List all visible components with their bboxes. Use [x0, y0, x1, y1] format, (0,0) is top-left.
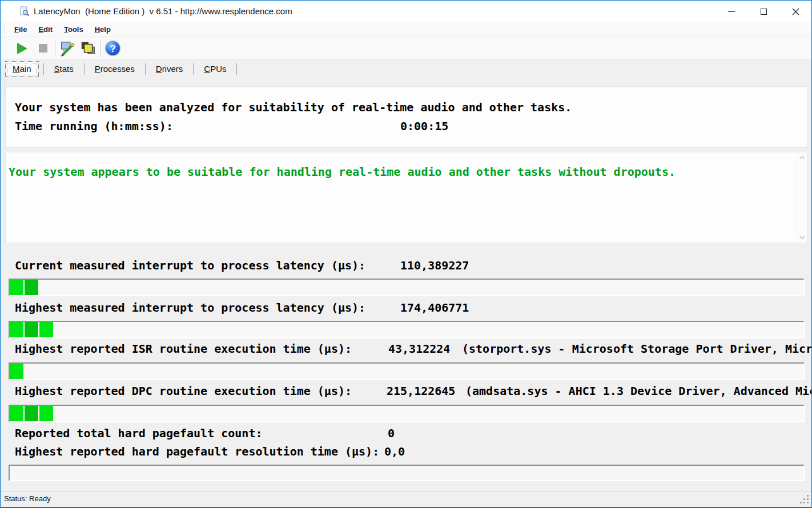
- verdict-panel: Your system appears to be suitable for h…: [5, 152, 808, 243]
- menu-bar: File Edit Tools Help: [1, 22, 811, 37]
- chevron-down-icon: [799, 236, 805, 239]
- help-icon: ?: [104, 40, 121, 57]
- minimize-button[interactable]: [715, 1, 747, 22]
- tab-bar: Main Stats Processes Drivers CPUs: [1, 60, 811, 78]
- stop-icon: [39, 44, 47, 53]
- isr-label: Highest reported ISR routine execution t…: [15, 342, 352, 356]
- close-icon: [792, 8, 799, 15]
- pagefault-bar: [9, 465, 805, 481]
- svg-text:?: ?: [110, 43, 115, 54]
- title-bar[interactable]: LatencyMon (Home Edition ) v 6.51 - http…: [1, 1, 811, 22]
- pagefault-resolution-label: Highest reported hard pagefault resoluti…: [15, 445, 379, 458]
- verdict-scrollbar[interactable]: [797, 153, 807, 242]
- isr-bar-fill: [10, 364, 23, 379]
- pagefault-count-label: Reported total hard pagefault count:: [15, 426, 262, 440]
- scroll-down-button[interactable]: [797, 233, 807, 242]
- highest-latency-bar-fill: [10, 322, 53, 337]
- tab-stats[interactable]: Stats: [44, 61, 84, 76]
- status-text: Status: Ready: [4, 494, 51, 503]
- current-latency-bar-fill: [10, 280, 38, 295]
- latencymon-window: LatencyMon (Home Edition ) v 6.51 - http…: [0, 0, 812, 508]
- help-button[interactable]: ?: [102, 39, 123, 58]
- dpc-label: Highest reported DPC routine execution t…: [15, 384, 352, 398]
- minimize-icon: [728, 11, 735, 12]
- current-latency-value: 110,389227: [400, 259, 469, 272]
- processes-button[interactable]: [78, 39, 98, 58]
- play-icon: [17, 43, 27, 54]
- caption-buttons: [715, 1, 811, 22]
- dpc-value: 215,122645: [387, 384, 455, 398]
- processes-layers-icon: [79, 40, 97, 57]
- current-latency-label: Current measured interrupt to process la…: [15, 259, 365, 272]
- analyze-tool-icon: [59, 40, 76, 57]
- isr-bar: [9, 362, 805, 380]
- highest-latency-label: Highest measured interrupt to process la…: [15, 301, 365, 315]
- highest-latency-value: 174,406771: [400, 301, 469, 315]
- dpc-driver-detail: (amdsata.sys - AHCI 1.3 Device Driver, A…: [465, 384, 812, 398]
- tab-separator: [236, 63, 237, 75]
- analyze-button[interactable]: [57, 39, 78, 58]
- toolbar-separator: [55, 40, 55, 57]
- maximize-icon: [761, 9, 767, 15]
- close-button[interactable]: [779, 1, 811, 22]
- stop-monitor-button[interactable]: [33, 39, 53, 58]
- menu-edit[interactable]: Edit: [33, 25, 58, 34]
- resize-grip-icon[interactable]: [807, 502, 809, 503]
- time-running-label: Time running (h:mm:ss):: [15, 119, 173, 133]
- app-icon: [19, 6, 30, 17]
- isr-driver-detail: (storport.sys - Microsoft Storage Port D…: [462, 342, 812, 356]
- tab-main[interactable]: Main: [5, 61, 39, 77]
- dpc-bar-fill: [10, 406, 53, 421]
- analysis-panel: Your system has been analyzed for suitab…: [5, 86, 808, 148]
- status-bar: Status: Ready: [1, 491, 811, 507]
- scroll-up-button[interactable]: [797, 153, 807, 162]
- menu-file[interactable]: File: [9, 25, 33, 34]
- verdict-message: Your system appears to be suitable for h…: [9, 165, 676, 179]
- pagefault-resolution-value: 0,0: [384, 445, 405, 458]
- chevron-up-icon: [799, 156, 805, 159]
- tab-processes[interactable]: Processes: [85, 61, 145, 76]
- tab-cpus[interactable]: CPUs: [194, 61, 236, 76]
- maximize-button[interactable]: [747, 1, 779, 22]
- toolbar-separator: [100, 40, 101, 57]
- window-title: LatencyMon (Home Edition ) v 6.51 - http…: [34, 1, 292, 22]
- current-latency-bar: [9, 279, 805, 296]
- toolbar: ?: [1, 37, 811, 60]
- analysis-headline: Your system has been analyzed for suitab…: [15, 100, 572, 114]
- tab-drivers[interactable]: Drivers: [146, 61, 194, 76]
- menu-tools[interactable]: Tools: [58, 25, 89, 34]
- time-running-value: 0:00:15: [400, 119, 448, 133]
- start-monitor-button[interactable]: [12, 39, 33, 58]
- isr-value: 43,312224: [388, 342, 450, 356]
- menubar-drag-grip[interactable]: [3, 25, 6, 34]
- pagefault-count-value: 0: [388, 426, 395, 440]
- menu-help[interactable]: Help: [89, 25, 116, 34]
- highest-latency-bar: [9, 321, 805, 338]
- dpc-bar: [9, 405, 805, 422]
